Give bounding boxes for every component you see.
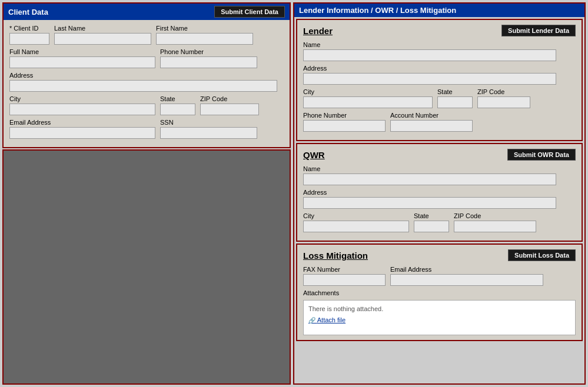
state-field: State	[160, 95, 195, 115]
qwr-address-field: Address	[303, 189, 556, 209]
lender-section-header: Lender Submit Lender Data	[303, 25, 576, 36]
email-field: Email Address	[9, 119, 155, 139]
qwr-state-field: State	[414, 212, 449, 232]
lender-account-field: Account Number	[390, 112, 473, 132]
client-row-1: * Client ID Last Name First Name	[9, 25, 284, 45]
client-row-3: Address	[9, 72, 284, 92]
qwr-city-row: City State ZIP Code	[303, 212, 576, 232]
lender-city-row: City State ZIP Code	[303, 88, 576, 108]
loss-fax-field: FAX Number	[303, 266, 386, 286]
zip-input[interactable]	[200, 104, 259, 115]
client-id-input[interactable]	[9, 33, 49, 45]
lender-section-title: Lender	[303, 26, 333, 36]
lender-zip-input[interactable]	[477, 96, 530, 108]
lender-address-row: Address	[303, 65, 576, 85]
attach-file-link[interactable]: Attach file	[308, 316, 346, 323]
qwr-city-field: City	[303, 212, 409, 232]
client-id-label: * Client ID	[9, 25, 49, 32]
city-field: City	[9, 95, 155, 115]
lender-city-label: City	[303, 88, 433, 95]
address-label: Address	[9, 72, 277, 79]
loss-email-field: Email Address	[390, 266, 543, 286]
lender-account-input[interactable]	[390, 120, 473, 132]
lender-phone-label: Phone Number	[303, 112, 386, 119]
qwr-address-label: Address	[303, 189, 556, 196]
phone-field: Phone Number	[160, 48, 257, 68]
address-input[interactable]	[9, 80, 277, 92]
attachments-field: Attachments There is nothing attached. A…	[303, 289, 576, 335]
phone-input[interactable]	[160, 56, 257, 68]
loss-mitigation-header: Loss Mitigation Submit Loss Data	[303, 249, 576, 261]
submit-client-data-button[interactable]: Submit Client Data	[214, 6, 285, 18]
loss-fax-input[interactable]	[303, 274, 386, 286]
client-row-2: Full Name Phone Number	[9, 48, 284, 68]
ssn-input[interactable]	[160, 127, 257, 139]
full-name-input[interactable]	[9, 56, 155, 68]
qwr-name-input[interactable]	[303, 174, 556, 185]
ssn-field: SSN	[160, 119, 257, 139]
client-data-header: Client Data Submit Client Data	[4, 4, 290, 20]
submit-owr-button[interactable]: Submit OWR Data	[507, 149, 576, 161]
first-name-input[interactable]	[156, 33, 253, 45]
client-data-title: Client Data	[8, 8, 48, 16]
lender-name-input[interactable]	[303, 49, 556, 61]
qwr-section: QWR Submit OWR Data Name Address	[296, 143, 583, 242]
qwr-state-input[interactable]	[414, 221, 449, 232]
lender-zip-field: ZIP Code	[477, 88, 530, 108]
loss-email-label: Email Address	[390, 266, 543, 273]
lender-address-field: Address	[303, 65, 556, 85]
full-name-field: Full Name	[9, 48, 155, 68]
city-label: City	[9, 95, 155, 102]
first-name-label: First Name	[156, 25, 253, 32]
client-id-field: * Client ID	[9, 25, 49, 45]
attachments-box: There is nothing attached. Attach file	[303, 300, 576, 335]
lender-name-field: Name	[303, 41, 556, 61]
qwr-name-field: Name	[303, 165, 556, 185]
lender-info-title: Lender Information / OWR / Loss Mitigati…	[299, 6, 456, 15]
attachments-label: Attachments	[303, 289, 576, 296]
last-name-field: Last Name	[54, 25, 151, 45]
email-label: Email Address	[9, 119, 155, 126]
phone-label: Phone Number	[160, 48, 257, 55]
lender-info-header: Lender Information / OWR / Loss Mitigati…	[294, 4, 584, 17]
client-data-form: * Client ID Last Name First Name Full Na…	[4, 20, 290, 147]
lender-phone-row: Phone Number Account Number	[303, 112, 576, 132]
state-label: State	[160, 95, 195, 102]
client-data-section: Client Data Submit Client Data * Client …	[2, 2, 291, 148]
lender-zip-label: ZIP Code	[477, 88, 530, 95]
qwr-address-input[interactable]	[303, 197, 556, 209]
lender-account-label: Account Number	[390, 112, 473, 119]
qwr-city-input[interactable]	[303, 221, 409, 232]
loss-mitigation-title: Loss Mitigation	[303, 251, 368, 261]
lender-city-input[interactable]	[303, 96, 433, 108]
zip-label: ZIP Code	[200, 95, 259, 102]
qwr-city-label: City	[303, 212, 409, 219]
last-name-input[interactable]	[54, 33, 151, 45]
qwr-state-label: State	[414, 212, 449, 219]
qwr-section-header: QWR Submit OWR Data	[303, 149, 576, 161]
submit-loss-button[interactable]: Submit Loss Data	[508, 249, 576, 261]
lender-city-field: City	[303, 88, 433, 108]
qwr-name-label: Name	[303, 165, 556, 172]
lender-phone-field: Phone Number	[303, 112, 386, 132]
lender-phone-input[interactable]	[303, 120, 386, 132]
lender-state-input[interactable]	[437, 96, 473, 108]
loss-email-input[interactable]	[390, 274, 543, 286]
ssn-label: SSN	[160, 119, 257, 126]
lender-address-input[interactable]	[303, 73, 556, 85]
client-row-5: Email Address SSN	[9, 119, 284, 139]
first-name-field: First Name	[156, 25, 253, 45]
address-field: Address	[9, 72, 277, 92]
state-input[interactable]	[160, 104, 195, 115]
qwr-zip-input[interactable]	[454, 221, 536, 232]
qwr-zip-label: ZIP Code	[454, 212, 536, 219]
lender-name-label: Name	[303, 41, 556, 48]
lender-name-row: Name	[303, 41, 576, 61]
nothing-attached-text: There is nothing attached.	[308, 305, 570, 312]
email-input[interactable]	[9, 127, 155, 139]
submit-lender-button[interactable]: Submit Lender Data	[501, 25, 576, 36]
client-row-4: City State ZIP Code	[9, 95, 284, 115]
last-name-label: Last Name	[54, 25, 151, 32]
lender-state-field: State	[437, 88, 473, 108]
city-input[interactable]	[9, 104, 155, 115]
